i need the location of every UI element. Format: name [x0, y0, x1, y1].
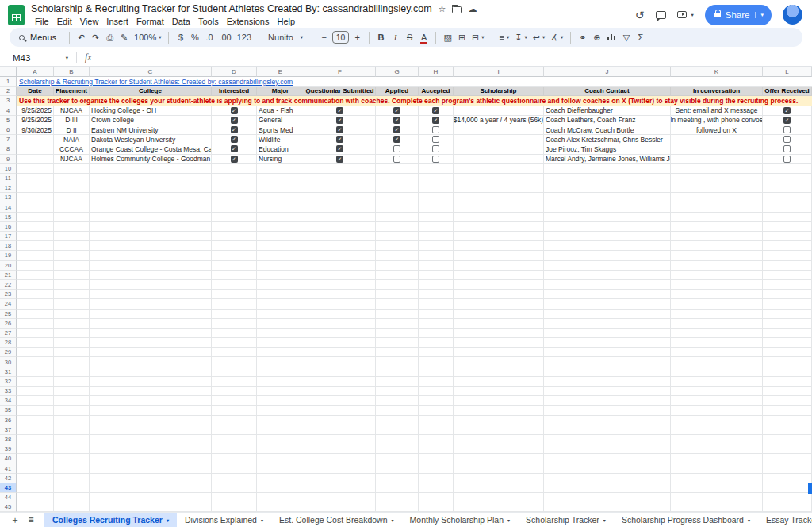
cell-L17[interactable]: [763, 232, 812, 241]
checkbox-unchecked[interactable]: [393, 156, 400, 163]
cell-C35[interactable]: [90, 406, 212, 415]
row-header-40[interactable]: 40: [0, 454, 17, 464]
cell-F31[interactable]: [304, 367, 376, 377]
cell-A14[interactable]: [17, 202, 54, 212]
cell-G41[interactable]: [376, 464, 419, 474]
cell-G43[interactable]: [376, 483, 419, 493]
paint-format-icon[interactable]: ✎: [117, 29, 131, 45]
cell-C21[interactable]: [90, 271, 212, 280]
cell-I4[interactable]: [454, 106, 544, 116]
italic-button[interactable]: I: [389, 29, 402, 45]
cell-B29[interactable]: [54, 348, 90, 357]
cell-J44[interactable]: [544, 493, 671, 502]
cell-J31[interactable]: [544, 367, 671, 377]
cell-H44[interactable]: [419, 493, 454, 502]
cell-L16[interactable]: [763, 222, 812, 232]
cell-A10[interactable]: [17, 164, 54, 174]
row-header-24[interactable]: 24: [0, 299, 17, 309]
version-history-icon[interactable]: ↺: [635, 9, 645, 21]
cell-C5[interactable]: Crown college: [90, 116, 212, 125]
header-cell-G[interactable]: Applied: [376, 87, 419, 96]
cell-G4[interactable]: [376, 106, 419, 116]
cell-J4[interactable]: Coach Dieffenbaugher: [544, 106, 671, 116]
menu-help[interactable]: Help: [273, 17, 299, 26]
cell-H4[interactable]: [419, 106, 454, 116]
cell-H40[interactable]: [419, 454, 454, 464]
row-header-4[interactable]: 4: [0, 106, 17, 116]
cell-I9[interactable]: [454, 155, 544, 164]
checkbox-checked[interactable]: [336, 145, 343, 152]
cell-H26[interactable]: [419, 319, 454, 329]
cell-C40[interactable]: [90, 454, 212, 464]
cell-D10[interactable]: [212, 164, 257, 174]
cell-G18[interactable]: [376, 241, 419, 251]
cell-E6[interactable]: Sports Med: [257, 125, 304, 135]
cell-F18[interactable]: [304, 241, 376, 251]
cell-J43[interactable]: [544, 483, 671, 493]
cell-L35[interactable]: [763, 406, 812, 415]
cell-F42[interactable]: [304, 474, 376, 483]
cell-J17[interactable]: [544, 232, 671, 241]
checkbox-checked[interactable]: [231, 126, 238, 133]
row-header-5[interactable]: 5: [0, 116, 17, 125]
cell-F37[interactable]: [304, 425, 376, 435]
cell-A32[interactable]: [17, 377, 54, 387]
cell-A4[interactable]: 9/25/2025: [17, 106, 54, 116]
share-button[interactable]: Share ▾: [705, 5, 772, 25]
cell-L25[interactable]: [763, 310, 812, 319]
checkbox-checked[interactable]: [336, 117, 343, 124]
cell-L26[interactable]: [763, 319, 812, 329]
checkbox-unchecked[interactable]: [783, 156, 791, 163]
cell-J30[interactable]: [544, 357, 671, 367]
cell-E21[interactable]: [257, 271, 304, 280]
cell-K7[interactable]: [671, 135, 763, 144]
menu-insert[interactable]: Insert: [102, 17, 132, 26]
cell-G10[interactable]: [376, 164, 419, 174]
cell-E7[interactable]: Wildlife: [257, 135, 304, 144]
cell-B10[interactable]: [54, 164, 90, 174]
cell-K33[interactable]: [671, 387, 763, 396]
cell-D31[interactable]: [212, 367, 257, 377]
cell-D30[interactable]: [212, 357, 257, 367]
cell-F14[interactable]: [304, 202, 376, 212]
cell-A41[interactable]: [17, 464, 54, 474]
cell-H9[interactable]: [419, 155, 454, 164]
cell-F43[interactable]: [304, 483, 376, 493]
cell-I42[interactable]: [454, 474, 544, 483]
row-header-6[interactable]: 6: [0, 125, 17, 135]
cell-C32[interactable]: [90, 377, 212, 387]
cell-F35[interactable]: [304, 406, 376, 415]
cell-B44[interactable]: [54, 493, 90, 502]
cell-I21[interactable]: [454, 271, 544, 280]
cell-H20[interactable]: [419, 261, 454, 271]
cell-I27[interactable]: [454, 329, 544, 338]
cell-K6[interactable]: followed on X: [671, 125, 763, 135]
cell-I37[interactable]: [454, 425, 544, 435]
cell-A27[interactable]: [17, 329, 54, 338]
cell-E5[interactable]: General: [257, 116, 304, 125]
cell-A37[interactable]: [17, 425, 54, 435]
row-header-25[interactable]: 25: [0, 310, 17, 319]
cloud-status-icon[interactable]: ☁: [468, 5, 477, 13]
cell-H5[interactable]: [419, 116, 454, 125]
cell-B7[interactable]: NAIA: [54, 135, 90, 144]
cell-E27[interactable]: [257, 329, 304, 338]
cell-E40[interactable]: [257, 454, 304, 464]
cell-C41[interactable]: [90, 464, 212, 474]
all-sheets-button[interactable]: ≡: [24, 515, 38, 525]
cell-K14[interactable]: [671, 202, 763, 212]
cell-C33[interactable]: [90, 387, 212, 396]
cell-J18[interactable]: [544, 241, 671, 251]
cell-K44[interactable]: [671, 493, 763, 502]
chevron-down-icon[interactable]: ▾: [691, 12, 694, 18]
cell-C34[interactable]: [90, 396, 212, 406]
header-cell-H[interactable]: Accepted: [419, 87, 454, 96]
row-header-18[interactable]: 18: [0, 241, 17, 251]
more-formats-button[interactable]: 123: [235, 29, 254, 45]
menu-file[interactable]: File: [31, 17, 53, 26]
column-header-L[interactable]: L: [763, 67, 812, 77]
cell-K41[interactable]: [671, 464, 763, 474]
cell-K38[interactable]: [671, 435, 763, 444]
cell-K36[interactable]: [671, 416, 763, 425]
cell-G38[interactable]: [376, 435, 419, 444]
